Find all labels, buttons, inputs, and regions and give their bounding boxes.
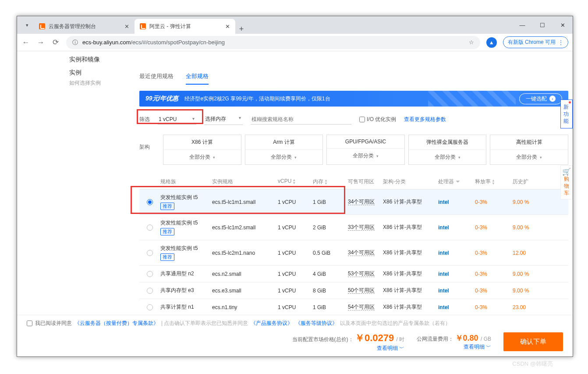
new-tab-button[interactable]: + (235, 25, 248, 34)
total-price-block: 当前配置市场价格(总价)： ￥0.0279 / 时 查看明细 ﹀ (292, 331, 405, 352)
browser-tab-1[interactable]: 云服务器管理控制台 ✕ (34, 19, 135, 34)
cell-zone[interactable]: 53个可用区 (348, 270, 383, 278)
terms-link-2[interactable]: 《产品服务协议》 (251, 320, 293, 327)
arch-card[interactable]: 高性能计算全部分类 (490, 135, 568, 165)
cell-price: 12.00 (513, 250, 539, 256)
cell-spec: ecs.e3.small (212, 288, 278, 294)
arch-card[interactable]: Arm 计算全部分类 (245, 135, 323, 165)
th-family[interactable]: 规格族 (160, 178, 212, 185)
arch-card-category[interactable]: 全部分类 (245, 150, 323, 164)
terms-link-3[interactable]: 《服务等级协议》 (295, 320, 337, 327)
maximize-button[interactable]: ☐ (532, 16, 553, 34)
profile-avatar[interactable]: ▲ (486, 37, 497, 48)
memory-select[interactable]: 选择内存 (204, 114, 243, 125)
confirm-order-button[interactable]: 确认下单 (503, 332, 563, 351)
site-info-icon[interactable]: ⓘ (72, 39, 78, 46)
address-bar[interactable]: ⓘ ecs-buy.aliyun.com/ecs/#/custom/spotPo… (66, 36, 480, 49)
th-vcpu[interactable]: vCPU▲▼ (278, 178, 313, 185)
spec-search-input[interactable] (251, 114, 351, 125)
table-row[interactable]: 突发性能实例 t5推荐ecs.t5-lc1m1.small1 vCPU1 GiB… (139, 189, 568, 215)
th-mem[interactable]: 内存▲▼ (313, 178, 348, 185)
promo-badge: 99元/年优惠 (145, 95, 178, 103)
arch-card[interactable]: GPU/FPGA/ASIC全部分类 (326, 135, 405, 165)
arch-card[interactable]: X86 计算全部分类 (163, 135, 241, 165)
table-row[interactable]: 共享内存型 e3ecs.e3.small1 vCPU8 GiB50个可用区X86… (139, 282, 568, 299)
arch-card-category[interactable]: 全部分类 (327, 149, 404, 163)
cell-zone[interactable]: 50个可用区 (348, 287, 383, 294)
row-radio[interactable] (147, 288, 153, 294)
cell-memory: 0.5 GiB (313, 250, 348, 256)
spec-tabs: 最近使用规格 全部规格 (139, 69, 568, 85)
th-spec[interactable]: 实例规格 (212, 178, 278, 185)
new-feature-side-tab[interactable]: 新功能 (560, 100, 573, 128)
io-optimized-checkbox[interactable]: I/O 优化实例 (359, 116, 396, 123)
cell-cpu: intel (438, 199, 475, 205)
close-tab-icon[interactable]: ✕ (124, 23, 129, 30)
table-row[interactable]: 突发性能实例 t5推荐ecs.t5-lc2m1.nano1 vCPU0.5 Gi… (139, 240, 568, 266)
cell-family: 突发性能实例 t5推荐 (160, 245, 212, 261)
cell-zone[interactable]: 33个可用区 (348, 224, 383, 231)
cell-zone[interactable]: 54个可用区 (348, 303, 383, 311)
back-button[interactable]: ← (21, 38, 30, 47)
tab-all[interactable]: 全部规格 (186, 69, 209, 85)
recommend-tag: 推荐 (160, 228, 174, 235)
agree-checkbox[interactable] (27, 321, 32, 326)
cart-side-tab[interactable]: 🛒 购物车 (560, 165, 573, 199)
row-radio[interactable] (147, 224, 153, 231)
cell-arch: X86 计算-共享型 (383, 303, 438, 311)
view-detail-link-2[interactable]: 查看明细 ﹀ (464, 344, 491, 350)
terms-link-1[interactable]: 《云服务器（按量付费）专属条款》 (74, 320, 159, 327)
minimize-button[interactable]: — (512, 16, 532, 34)
view-detail-link[interactable]: 查看明细 ﹀ (377, 345, 404, 351)
cell-spec: ecs.t5-lc1m1.small (212, 199, 278, 205)
cell-price: 9.00 % (513, 288, 539, 294)
row-radio[interactable] (147, 250, 153, 256)
arch-card-category[interactable]: 全部分类 (409, 150, 486, 164)
close-window-button[interactable]: ✕ (553, 16, 573, 34)
section-title: 实例和镜像 (69, 51, 573, 69)
th-zone[interactable]: 可售可用区 (348, 178, 383, 185)
cell-cpu: intel (438, 288, 475, 294)
arch-card-category[interactable]: 全部分类 (490, 150, 568, 164)
th-cpu[interactable]: 处理器 ⏷ (438, 178, 475, 185)
promo-config-button[interactable]: 一键选配 › (519, 93, 562, 104)
arch-card[interactable]: 弹性裸金属服务器全部分类 (408, 135, 487, 165)
tab-list-dropdown[interactable]: ▾ (21, 16, 34, 34)
cell-vcpu: 1 vCPU (278, 304, 313, 310)
th-arch[interactable]: 架构-分类 (383, 178, 438, 185)
arch-card-category[interactable]: 全部分类 (163, 150, 241, 164)
forward-button[interactable]: → (36, 38, 45, 47)
cell-spec: ecs.n2.small (212, 271, 278, 277)
bookmark-icon[interactable]: ☆ (469, 39, 474, 46)
more-spec-params-link[interactable]: 查看更多规格参数 (404, 116, 446, 123)
browser-window: ▾ 云服务器管理控制台 ✕ 阿里云 - 弹性计算 ✕ + — ☐ ✕ ← → ⟳… (17, 16, 573, 357)
table-row[interactable]: 共享通用型 n2ecs.n2.small1 vCPU4 GiB53个可用区X86… (139, 266, 568, 282)
watermark: CSDN @韩曙亮 (512, 360, 553, 368)
arrow-right-icon: › (549, 96, 556, 102)
cell-family: 共享通用型 n2 (160, 270, 212, 278)
tab-recent[interactable]: 最近使用规格 (139, 69, 174, 85)
cell-zone[interactable]: 34个可用区 (348, 249, 383, 256)
close-tab-icon[interactable]: ✕ (225, 23, 230, 30)
cell-price: 23.00 (513, 304, 539, 310)
architecture-row: 架构 X86 计算全部分类Arm 计算全部分类GPU/FPGA/ASIC全部分类… (139, 135, 568, 165)
row-radio[interactable] (147, 304, 153, 310)
row-radio[interactable] (147, 199, 153, 205)
reload-button[interactable]: ⟳ (51, 38, 60, 47)
sort-icon: ▲▼ (324, 179, 328, 185)
cell-price: 9.00 % (513, 271, 539, 277)
th-price[interactable]: 历史扩 (513, 178, 539, 185)
url-path: /ecs/#/custom/spotPostpay/cn-beijing (131, 39, 225, 46)
row-radio[interactable] (147, 271, 153, 277)
chrome-update-button[interactable]: 有新版 Chrome 可用⋮ (503, 36, 568, 48)
vcpu-select[interactable]: 1 vCPU (158, 114, 196, 125)
arch-card-title: X86 计算 (163, 135, 241, 150)
table-row[interactable]: 共享计算型 n1ecs.n1.tiny1 vCPU1 GiB54个可用区X86 … (139, 299, 568, 315)
browser-tab-2[interactable]: 阿里云 - 弹性计算 ✕ (135, 19, 235, 34)
cell-family: 共享内存型 e3 (160, 287, 212, 294)
th-release[interactable]: 释放率▲▼ (475, 178, 513, 185)
url-host: ecs-buy.aliyun.com (82, 39, 131, 46)
how-to-choose-link[interactable]: 如何选择实例 (69, 79, 104, 87)
cell-zone[interactable]: 34个可用区 (348, 198, 383, 206)
table-row[interactable]: 突发性能实例 t5推荐ecs.t5-lc1m2.small1 vCPU2 GiB… (139, 215, 568, 240)
